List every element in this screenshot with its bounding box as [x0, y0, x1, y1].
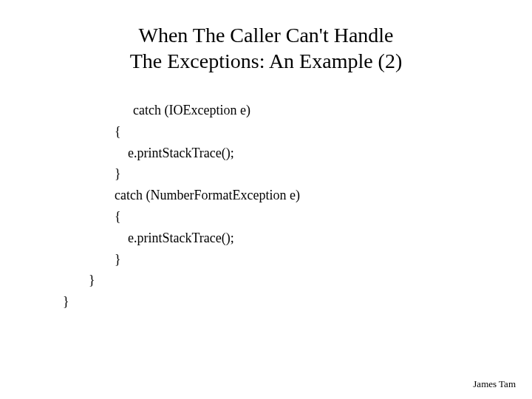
code-line: { [63, 206, 502, 228]
code-line: } [63, 163, 502, 185]
code-line: e.printStackTrace(); [63, 143, 502, 164]
code-line: catch (IOException e) [63, 100, 502, 121]
slide-container: When The Caller Can't Handle The Excepti… [0, 0, 532, 399]
code-block: catch (IOException e) { e.printStackTrac… [30, 100, 502, 313]
code-line: } [63, 249, 502, 270]
footer-author: James Tam [473, 378, 516, 390]
code-line: { [63, 121, 502, 143]
code-line: e.printStackTrace(); [63, 228, 502, 249]
code-line: } [63, 270, 502, 291]
title-line-2: The Exceptions: An Example (2) [130, 50, 403, 72]
code-line: catch (NumberFormatException e) [63, 185, 502, 206]
code-line: } [63, 291, 502, 313]
title-line-1: When The Caller Can't Handle [138, 24, 393, 47]
slide-title: When The Caller Can't Handle The Excepti… [30, 22, 502, 74]
